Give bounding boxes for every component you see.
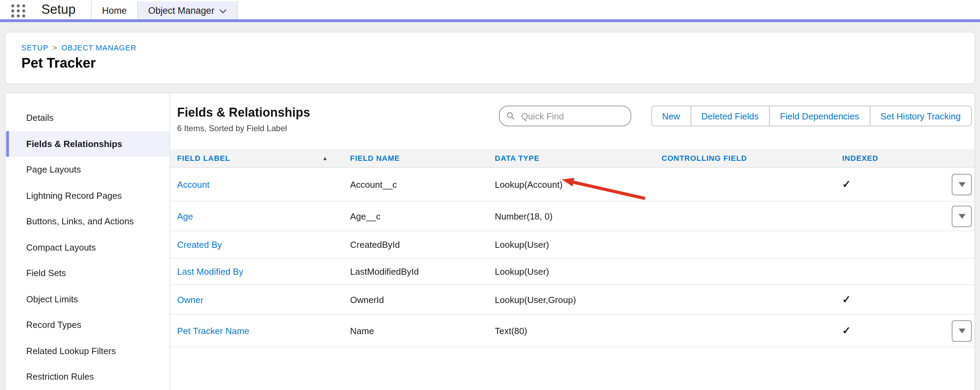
brand-accent-bar bbox=[0, 19, 980, 22]
indexed-checkmark-icon: ✓ bbox=[842, 178, 851, 190]
tab-object-manager[interactable]: Object Manager bbox=[137, 2, 238, 19]
column-header-field-name[interactable]: FIELD NAME bbox=[343, 154, 488, 162]
fields-relationships-panel: Fields & Relationships 6 Items, Sorted b… bbox=[170, 93, 975, 390]
sidebar-item-fields-relationships[interactable]: Fields & Relationships bbox=[5, 131, 170, 157]
tab-label: Object Manager bbox=[148, 5, 214, 16]
field-name-cell: LastModifiedById bbox=[343, 267, 488, 277]
field-label-link[interactable]: Created By bbox=[177, 240, 222, 250]
sidebar-item-restriction-rules[interactable]: Restriction Rules bbox=[5, 364, 170, 390]
row-actions-cell bbox=[945, 320, 975, 341]
table-row: AgeAge__cNumber(18, 0) bbox=[170, 201, 975, 230]
breadcrumb-link-object-manager[interactable]: OBJECT MANAGER bbox=[61, 43, 137, 52]
column-header-label: FIELD NAME bbox=[350, 154, 400, 162]
breadcrumb: SETUP>OBJECT MANAGER bbox=[21, 43, 137, 52]
column-header-indexed[interactable]: INDEXED bbox=[835, 154, 945, 162]
panel-title: Fields & Relationships bbox=[177, 105, 310, 120]
data-type-cell: Number(18, 0) bbox=[488, 211, 655, 221]
field-dependencies-button[interactable]: Field Dependencies bbox=[770, 105, 870, 126]
search-icon bbox=[506, 111, 515, 121]
field-label-cell: Account bbox=[170, 179, 343, 190]
field-label-cell: Last Modified By bbox=[170, 267, 343, 277]
object-settings-sidebar: DetailsFields & RelationshipsPage Layout… bbox=[5, 93, 170, 390]
indexed-cell: ✓ bbox=[835, 178, 945, 190]
column-header-field-label[interactable]: FIELD LABEL▲ bbox=[170, 154, 343, 162]
field-name-cell: CreatedById bbox=[343, 240, 488, 250]
sidebar-item-details[interactable]: Details bbox=[5, 105, 170, 131]
quick-find-input[interactable] bbox=[520, 110, 624, 122]
caret-down-icon bbox=[958, 214, 965, 219]
global-header: Setup HomeObject Manager bbox=[0, 0, 980, 22]
sidebar-item-buttons-links-and-actions[interactable]: Buttons, Links, and Actions bbox=[5, 208, 170, 234]
breadcrumb-separator: > bbox=[52, 43, 57, 52]
table-row: OwnerOwnerIdLookup(User,Group)✓ bbox=[170, 285, 975, 314]
column-header-label: FIELD LABEL bbox=[177, 154, 230, 162]
tab-home[interactable]: Home bbox=[91, 2, 137, 19]
app-launcher-icon[interactable] bbox=[10, 3, 27, 19]
field-label-link[interactable]: Account bbox=[177, 179, 210, 190]
deleted-fields-button[interactable]: Deleted Fields bbox=[691, 105, 770, 126]
page-title: Pet Tracker bbox=[21, 55, 96, 71]
sidebar-item-lightning-record-pages[interactable]: Lightning Record Pages bbox=[5, 182, 170, 208]
table-row: Pet Tracker NameNameText(80)✓ bbox=[170, 314, 975, 347]
column-header-label: CONTROLLING FIELD bbox=[662, 154, 747, 162]
data-type-cell: Lookup(Account) bbox=[488, 179, 655, 190]
data-type-cell: Lookup(User) bbox=[488, 267, 655, 277]
table-row: Last Modified ByLastModifiedByIdLookup(U… bbox=[170, 258, 975, 285]
field-name-cell: Age__c bbox=[343, 211, 488, 221]
fields-table-body: AccountAccount__cLookup(Account)✓AgeAge_… bbox=[170, 168, 975, 347]
column-header-label: DATA TYPE bbox=[495, 154, 539, 162]
table-row: Created ByCreatedByIdLookup(User) bbox=[170, 230, 975, 258]
data-type-cell: Text(80) bbox=[488, 326, 655, 336]
data-type-cell: Lookup(User,Group) bbox=[488, 294, 655, 305]
field-name-cell: Account__c bbox=[343, 179, 488, 190]
new-button[interactable]: New bbox=[651, 105, 691, 126]
sidebar-item-compact-layouts[interactable]: Compact Layouts bbox=[5, 234, 170, 260]
sidebar-item-record-types[interactable]: Record Types bbox=[5, 312, 170, 338]
field-label-cell: Age bbox=[170, 211, 343, 221]
field-label-link[interactable]: Age bbox=[177, 211, 193, 221]
toolbar-buttons: NewDeleted FieldsField DependenciesSet H… bbox=[651, 105, 972, 126]
field-label-cell: Owner bbox=[170, 294, 343, 305]
field-label-link[interactable]: Pet Tracker Name bbox=[177, 326, 250, 336]
row-actions-cell bbox=[945, 174, 975, 195]
field-label-cell: Pet Tracker Name bbox=[170, 326, 343, 336]
indexed-cell: ✓ bbox=[835, 324, 945, 337]
row-actions-cell bbox=[945, 205, 975, 227]
sidebar-item-page-layouts[interactable]: Page Layouts bbox=[5, 157, 170, 182]
row-actions-button[interactable] bbox=[952, 205, 972, 227]
set-history-tracking-button[interactable]: Set History Tracking bbox=[870, 105, 972, 126]
quick-find-box bbox=[499, 105, 631, 126]
setup-tabs: HomeObject Manager bbox=[91, 2, 238, 19]
column-header-data-type[interactable]: DATA TYPE bbox=[488, 154, 655, 162]
object-manager-card: DetailsFields & RelationshipsPage Layout… bbox=[5, 93, 975, 390]
items-count-label: 6 Items, Sorted by Field Label bbox=[177, 123, 287, 133]
indexed-checkmark-icon: ✓ bbox=[842, 293, 851, 305]
caret-down-icon bbox=[958, 328, 965, 333]
object-header-card: SETUP>OBJECT MANAGER Pet Tracker bbox=[5, 32, 975, 84]
chevron-down-icon bbox=[219, 5, 227, 16]
tab-label: Home bbox=[102, 5, 127, 16]
sidebar-item-object-limits[interactable]: Object Limits bbox=[5, 286, 170, 312]
sort-ascending-icon: ▲ bbox=[322, 155, 328, 161]
sidebar-item-related-lookup-filters[interactable]: Related Lookup Filters bbox=[5, 338, 170, 364]
column-header-label: INDEXED bbox=[842, 154, 878, 162]
salesforce-setup-page: Setup HomeObject Manager SETUP>OBJECT MA… bbox=[0, 0, 980, 390]
caret-down-icon bbox=[958, 182, 965, 187]
field-label-link[interactable]: Last Modified By bbox=[177, 267, 243, 277]
column-header-controlling-field[interactable]: CONTROLLING FIELD bbox=[655, 154, 835, 162]
field-label-link[interactable]: Owner bbox=[177, 294, 204, 305]
indexed-cell: ✓ bbox=[835, 293, 945, 306]
data-type-cell: Lookup(User) bbox=[488, 240, 655, 250]
sidebar-item-field-sets[interactable]: Field Sets bbox=[5, 260, 170, 286]
row-actions-button[interactable] bbox=[952, 174, 972, 195]
breadcrumb-link-setup[interactable]: SETUP bbox=[21, 43, 48, 52]
app-title: Setup bbox=[41, 2, 75, 17]
field-label-cell: Created By bbox=[170, 240, 343, 250]
indexed-checkmark-icon: ✓ bbox=[842, 324, 851, 336]
fields-table-header: FIELD LABEL▲FIELD NAMEDATA TYPECONTROLLI… bbox=[170, 149, 975, 168]
fields-table: FIELD LABEL▲FIELD NAMEDATA TYPECONTROLLI… bbox=[170, 149, 975, 347]
table-row: AccountAccount__cLookup(Account)✓ bbox=[170, 168, 975, 201]
row-actions-button[interactable] bbox=[952, 320, 972, 341]
field-name-cell: Name bbox=[343, 326, 488, 336]
field-name-cell: OwnerId bbox=[343, 294, 488, 305]
